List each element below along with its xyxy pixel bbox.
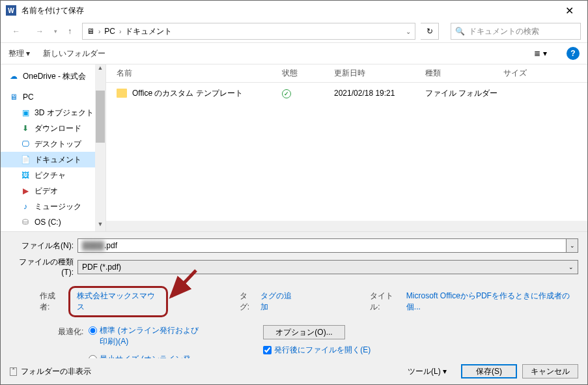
author-value[interactable]: 株式会社マックスマウス [77, 291, 155, 311]
filetype-label: ファイルの種類(T): [10, 257, 77, 277]
breadcrumb[interactable]: 🖥 › PC › ドキュメント ⌄ [82, 23, 415, 40]
chevron-icon: › [98, 28, 100, 35]
main-area: ☁OneDrive - 株式会🖥PC▣3D オブジェクト⬇ダウンロード🖵デスクト… [1, 64, 587, 231]
footer: ˆ フォルダーの非表示 ツール(L) ▾ 保存(S) キャンセル [1, 358, 587, 384]
tree-item-label: PC [23, 93, 34, 102]
filename-label: ファイル名(N): [10, 240, 77, 251]
author-highlight: 株式会社マックスマウス [68, 286, 168, 317]
nav-bar: ← → ▾ ↑ 🖥 › PC › ドキュメント ⌄ ↻ 🔍 ドキュメントの検索 [1, 20, 587, 42]
tree-item-pic[interactable]: 🖼ピクチャ [1, 167, 105, 183]
view-button[interactable]: ≣ ▾ [527, 46, 553, 61]
col-type[interactable]: 種類 [425, 68, 503, 79]
radio-standard[interactable]: 標準 (オンライン発行および印刷)(A) [89, 325, 199, 347]
help-button[interactable]: ? [567, 47, 580, 60]
word-icon: W [6, 5, 16, 16]
close-button[interactable]: ✕ [556, 1, 582, 20]
nav-forward[interactable]: → [31, 22, 49, 40]
nav-back[interactable]: ← [7, 22, 25, 40]
scroll-thumb[interactable] [96, 91, 105, 143]
tree-item-drive[interactable]: ⛁OS (C:) [1, 214, 105, 230]
scroll-down-icon[interactable]: ▼ [95, 221, 105, 231]
author-label: 作成者: [40, 291, 64, 313]
open-after-label: 発行後にファイルを開く(E) [274, 345, 371, 356]
filetype-value: PDF (*.pdf) [82, 263, 121, 272]
list-item[interactable]: Office のカスタム テンプレート ✓ 2021/02/18 19:21 フ… [106, 83, 587, 101]
open-after-input[interactable] [263, 346, 272, 354]
filename-input[interactable]: ████ .pdf [77, 238, 567, 253]
title-bar: W 名前を付けて保存 ✕ [1, 1, 587, 20]
tree-item-doc[interactable]: 📄ドキュメント [1, 152, 105, 167]
tree-item-label: ミュージック [35, 201, 81, 212]
optimize-label: 最適化: [58, 325, 83, 337]
tag-label: タグ: [240, 291, 257, 313]
hide-folders-label: フォルダーの非表示 [21, 366, 91, 377]
doc-icon: 📄 [20, 154, 31, 165]
tag-value[interactable]: タグの追加 [260, 291, 298, 313]
tree-item-label: ドキュメント [35, 154, 81, 165]
organize-menu[interactable]: 整理 ▾ [8, 48, 30, 59]
item-name: Office のカスタム テンプレート [132, 88, 243, 99]
item-date: 2021/02/18 19:21 [334, 89, 425, 98]
search-placeholder: ドキュメントの検索 [469, 26, 539, 37]
list-scrollbar-h[interactable] [106, 221, 587, 231]
tree-item-desktop[interactable]: 🖵デスクトップ [1, 136, 105, 152]
list-header: 名前 状態 更新日時 種類 サイズ [106, 64, 587, 83]
tree-item-music[interactable]: ♪ミュージック [1, 199, 105, 214]
radio-standard-label: 標準 (オンライン発行および印刷)(A) [100, 325, 199, 347]
tree-item-label: ピクチャ [35, 170, 66, 181]
new-folder-button[interactable]: 新しいフォルダー [43, 48, 105, 59]
nav-history-dd[interactable]: ▾ [54, 28, 57, 35]
search-icon: 🔍 [455, 27, 465, 36]
drive-icon: ⛁ [20, 217, 31, 227]
crumb-pc[interactable]: PC [104, 27, 115, 36]
cancel-button[interactable]: キャンセル [522, 364, 578, 378]
breadcrumb-pc-icon: 🖥 [87, 27, 94, 36]
filetype-select[interactable]: PDF (*.pdf) ⌄ [77, 260, 578, 274]
3d-icon: ▣ [20, 107, 31, 118]
tree-item-label: OneDrive - 株式会 [23, 71, 86, 82]
filename-dropdown[interactable]: ⌄ [567, 238, 578, 253]
radio-standard-input[interactable] [89, 326, 97, 335]
col-size[interactable]: サイズ [503, 68, 555, 79]
nav-up[interactable]: ↑ [63, 24, 77, 38]
filename-ext: .pdf [104, 241, 117, 250]
col-state[interactable]: 状態 [282, 68, 334, 79]
open-after-checkbox[interactable]: 発行後にファイルを開く(E) [263, 345, 371, 356]
tree-item-pc[interactable]: 🖥PC [1, 89, 105, 105]
tools-menu[interactable]: ツール(L) ▾ [408, 366, 447, 377]
crumb-doc[interactable]: ドキュメント [125, 26, 172, 37]
refresh-button[interactable]: ↻ [421, 23, 439, 40]
dl-icon: ⬇ [20, 123, 31, 134]
desktop-icon: 🖵 [20, 139, 31, 149]
options-button[interactable]: オプション(O)... [263, 325, 344, 339]
filename-redacted: ████ [82, 241, 104, 250]
tree-item-vid[interactable]: ▶ビデオ [1, 183, 105, 199]
tree-item-label: OS (C:) [35, 218, 61, 227]
chevron-up-icon: ˆ [10, 367, 17, 376]
title-label: タイトル: [370, 291, 402, 313]
meta-row: 作成者: 株式会社マックスマウス タグ: タグの追加 タイトル: Microso… [10, 281, 578, 322]
search-input[interactable]: 🔍 ドキュメントの検索 [451, 23, 581, 40]
scroll-up-icon[interactable]: ▲ [95, 64, 105, 75]
sync-ok-icon: ✓ [282, 89, 291, 98]
music-icon: ♪ [20, 201, 31, 212]
col-name[interactable]: 名前 [106, 68, 282, 79]
tree-item-dl[interactable]: ⬇ダウンロード [1, 121, 105, 136]
chevron-down-icon: ⌄ [568, 264, 574, 270]
hide-folders-toggle[interactable]: ˆ フォルダーの非表示 [10, 366, 91, 377]
save-button[interactable]: 保存(S) [461, 364, 517, 378]
chevron-icon: › [119, 28, 121, 35]
title-value[interactable]: Microsoft OfficeからPDFを作るときに作成者の個... [406, 291, 578, 313]
tree-item-label: 3D オブジェクト [35, 107, 94, 119]
tree-item-3d[interactable]: ▣3D オブジェクト [1, 105, 105, 121]
vid-icon: ▶ [20, 186, 31, 196]
chevron-down-icon[interactable]: ⌄ [406, 28, 411, 35]
col-date[interactable]: 更新日時 [334, 68, 425, 79]
file-list: 名前 状態 更新日時 種類 サイズ Office のカスタム テンプレート ✓ … [106, 64, 587, 231]
folder-icon [117, 89, 127, 98]
tree-item-onedrive[interactable]: ☁OneDrive - 株式会 [1, 68, 105, 84]
window-title: 名前を付けて保存 [21, 5, 556, 16]
tree-item-label: ビデオ [35, 186, 58, 197]
folder-tree: ☁OneDrive - 株式会🖥PC▣3D オブジェクト⬇ダウンロード🖵デスクト… [1, 64, 106, 231]
tree-scrollbar[interactable]: ▲ ▼ [95, 64, 105, 231]
